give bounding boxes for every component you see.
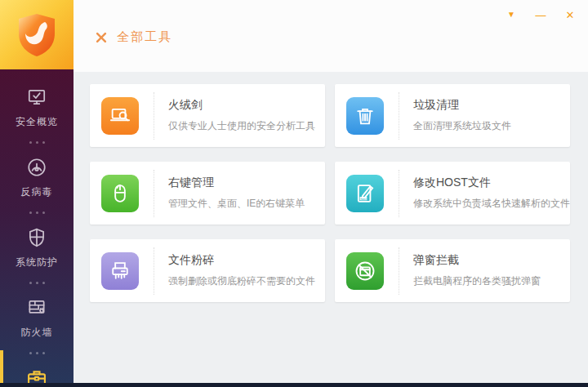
active-indicator [0, 350, 3, 387]
tool-description: 强制删除或彻底粉碎不需要的文件 [168, 274, 315, 288]
tool-card-grid: 火绒剑 仅供专业人士使用的安全分析工具 垃圾清理 全面清理系统垃圾文件 [90, 84, 588, 302]
tool-card-huorong-sword[interactable]: 火绒剑 仅供专业人士使用的安全分析工具 [90, 84, 325, 147]
tool-description: 仅供专业人士使用的安全分析工具 [168, 119, 315, 133]
tool-name: 右键管理 [168, 176, 305, 190]
tool-card-junk-clean[interactable]: 垃圾清理 全面清理系统垃圾文件 [335, 84, 570, 147]
header: 全部工具 ▼ — ✕ [74, 0, 588, 72]
tool-description: 拦截电脑程序的各类骚扰弹窗 [413, 274, 541, 288]
card-divider [399, 170, 399, 217]
sidebar-item-label: 反病毒 [21, 185, 53, 199]
card-divider [154, 92, 154, 140]
sidebar-item-antivirus[interactable]: 反病毒 [0, 151, 74, 204]
separator-dots [29, 352, 45, 354]
tool-name: 文件粉碎 [168, 253, 315, 268]
minimize-button[interactable]: — [531, 5, 550, 24]
app-logo [0, 0, 74, 69]
gauge-icon [25, 156, 48, 179]
sidebar-item-label: 防火墙 [21, 326, 53, 340]
monitor-icon [25, 86, 48, 109]
tool-card-context-menu[interactable]: 右键管理 管理文件、桌面、IE的右键菜单 [90, 162, 325, 225]
tool-name: 火绒剑 [168, 98, 315, 113]
tool-card-file-shredder[interactable]: 文件粉碎 强制删除或彻底粉碎不需要的文件 [90, 239, 325, 302]
tool-description: 修改系统中负责域名快速解析的文件 [413, 197, 570, 211]
tool-description: 全面清理系统垃圾文件 [413, 119, 511, 133]
firewall-icon [25, 296, 48, 319]
tool-description: 管理文件、桌面、IE的右键菜单 [168, 197, 305, 211]
separator-dots [29, 211, 45, 214]
main-content: 火绒剑 仅供专业人士使用的安全分析工具 垃圾清理 全面清理系统垃圾文件 [74, 72, 588, 383]
card-divider [154, 170, 154, 217]
sidebar: 安全概览 反病毒 系统防护 [0, 69, 74, 383]
tools-icon [94, 30, 109, 45]
svg-text:host: host [360, 197, 366, 200]
separator-dots [29, 141, 45, 144]
breadcrumb: 全部工具 [94, 29, 172, 45]
window-bottom-border [0, 383, 588, 387]
huorong-shield-logo [16, 12, 58, 58]
popup-block-icon [346, 252, 384, 290]
separator-dots [29, 282, 45, 284]
menu-button[interactable]: ▼ [501, 5, 521, 24]
sidebar-item-label: 系统防护 [16, 256, 58, 269]
trash-icon [346, 97, 384, 135]
sidebar-item-firewall[interactable]: 防火墙 [0, 291, 74, 345]
sidebar-item-security-overview[interactable]: 安全概览 [0, 81, 74, 134]
mouse-icon [101, 175, 139, 212]
card-divider [399, 247, 399, 295]
window-controls: ▼ — ✕ [501, 5, 580, 24]
page-title: 全部工具 [117, 29, 172, 45]
sidebar-item-label: 安全概览 [16, 115, 58, 129]
tool-name: 修改HOST文件 [413, 176, 570, 190]
card-divider [399, 92, 399, 140]
tool-name: 垃圾清理 [413, 98, 511, 113]
tool-card-host-file[interactable]: host 修改HOST文件 修改系统中负责域名快速解析的文件 [335, 162, 570, 225]
close-button[interactable]: ✕ [560, 5, 580, 24]
card-divider [154, 247, 154, 295]
tool-name: 弹窗拦截 [413, 253, 541, 268]
shredder-icon [101, 252, 139, 290]
shield-icon [25, 226, 48, 249]
sidebar-item-system-protection[interactable]: 系统防护 [0, 221, 74, 274]
host-file-icon: host [346, 175, 384, 212]
laptop-search-icon [101, 97, 139, 135]
app-window: 全部工具 ▼ — ✕ 安全概览 [0, 0, 588, 387]
tool-card-popup-blocker[interactable]: 弹窗拦截 拦截电脑程序的各类骚扰弹窗 [335, 239, 570, 302]
